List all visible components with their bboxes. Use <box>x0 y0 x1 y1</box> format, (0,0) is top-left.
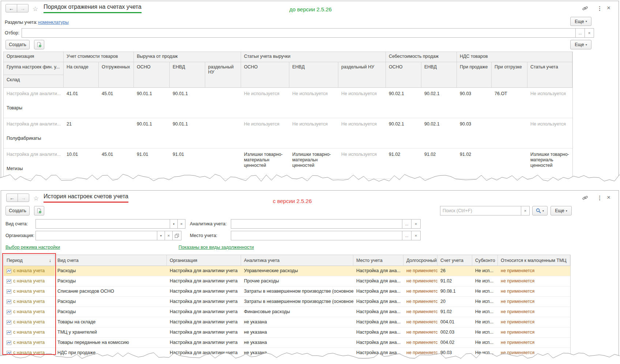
table-row[interactable]: Настройка для аналити...Метизы10.0145.01… <box>4 149 572 179</box>
organization-clear-icon[interactable]: × <box>165 231 173 240</box>
filter-input[interactable] <box>22 28 576 38</box>
column-header[interactable]: Счет учета <box>437 255 472 266</box>
table-cell: 26 <box>437 266 472 276</box>
column-header[interactable]: На складе <box>64 62 99 88</box>
close-window-icon[interactable]: × <box>607 194 610 201</box>
column-header[interactable]: При отгрузке <box>492 62 527 88</box>
table-row[interactable]: с начала учетаРасходыНастройка для анали… <box>4 307 570 317</box>
table-row[interactable]: с начала учетаРасходыНастройка для анали… <box>4 266 570 276</box>
column-header[interactable]: Место учета <box>353 255 403 266</box>
change-history-icon <box>7 341 11 345</box>
organization-open-icon[interactable] <box>172 231 181 240</box>
column-header[interactable]: ОСНО <box>134 62 170 88</box>
sections-nomenclature-link[interactable]: номенклатуры <box>38 20 69 25</box>
column-header[interactable]: Отгруженных <box>99 62 134 88</box>
organization-dropdown-icon[interactable]: ▾ <box>157 231 165 240</box>
column-header[interactable]: Период↓ <box>4 255 55 266</box>
column-group-header[interactable]: НДС товаров <box>457 52 572 62</box>
table-row[interactable]: Настройка для аналити...Товары41.0145.01… <box>4 88 572 118</box>
column-group-header[interactable]: Организация <box>4 52 64 62</box>
period-cell: с начала учета <box>4 338 55 348</box>
column-header[interactable]: Субконто <box>472 255 498 266</box>
column-header[interactable]: ОСНО <box>386 62 421 88</box>
search-clear-icon[interactable]: × <box>521 206 530 215</box>
table-cell: Финансовые расходы <box>241 307 353 317</box>
back-button[interactable]: ← <box>5 4 17 12</box>
column-header[interactable]: Вид счета <box>55 255 167 266</box>
table-cell: Настройка для аналитики учета <box>167 327 241 337</box>
debt-types-link[interactable]: Показаны все виды задолженности <box>179 245 254 250</box>
filter-clear-icon[interactable]: × <box>585 28 594 38</box>
table-cell: Настройка для ана... <box>353 266 403 276</box>
change-history-icon <box>7 300 11 304</box>
table-row[interactable]: с начала учетаРасходыНастройка для анали… <box>4 276 570 286</box>
table-row[interactable]: с начала учетаНДС при продажеНастройка д… <box>4 348 570 358</box>
group-name: Товары <box>7 105 61 111</box>
more-button[interactable]: Еще▾ <box>570 40 591 49</box>
more-menu-dots-icon[interactable]: ⋮ <box>597 5 602 12</box>
table-cell: Не используется <box>338 118 386 148</box>
analytics-choose-button[interactable]: ... <box>402 219 412 229</box>
table-row[interactable]: с начала учетаТовары переданные на комис… <box>4 338 570 348</box>
table-cell <box>492 149 527 179</box>
search-button[interactable]: ▾ <box>532 206 548 215</box>
place-input[interactable] <box>231 231 402 240</box>
analytics-clear-icon[interactable]: × <box>411 219 421 229</box>
get-link-icon[interactable] <box>582 5 588 12</box>
table-cell: Настройка для аналитики учета <box>167 317 241 327</box>
favorite-star-icon[interactable]: ☆ <box>33 195 39 202</box>
account-type-clear-icon[interactable]: × <box>177 219 185 229</box>
table-row[interactable]: с начала учетаТМЦ у хранителейНастройка … <box>4 327 570 338</box>
account-type-dropdown-icon[interactable]: ▾ <box>170 219 178 229</box>
column-header[interactable]: ЕНВД <box>289 62 338 88</box>
account-type-select[interactable] <box>35 219 170 229</box>
column-group-header[interactable]: Выручка от продаж <box>134 52 241 62</box>
search-input[interactable] <box>440 206 521 215</box>
analytics-input[interactable] <box>231 219 402 229</box>
column-header-warehouse[interactable]: Склад <box>4 75 63 87</box>
column-header-label: Относится к малоценным ТМЦ <box>501 255 567 266</box>
column-header[interactable]: Статья учета <box>527 62 572 88</box>
column-header[interactable]: Аналитика учета <box>241 255 353 266</box>
table-cell: не указана <box>241 317 353 327</box>
more-button[interactable]: Еще▾ <box>551 206 572 215</box>
table-row[interactable]: с начала учетаСписание расходов ОСНОНаст… <box>4 286 570 297</box>
create-button[interactable]: Создать <box>5 40 30 49</box>
create-new-document-button[interactable] <box>34 206 44 215</box>
column-header[interactable]: Относится к малоценным ТМЦ <box>498 255 570 266</box>
column-header[interactable]: Организация <box>167 255 241 266</box>
forward-button[interactable]: → <box>18 194 29 202</box>
close-window-icon[interactable]: × <box>607 4 610 12</box>
more-button[interactable]: Еще▾ <box>570 17 591 26</box>
column-header-organization[interactable]: Группа настроек фин. у...Склад <box>4 62 64 88</box>
create-button[interactable]: Создать <box>5 206 30 215</box>
column-header[interactable]: ОСНО <box>241 62 289 88</box>
column-header[interactable]: Долгосрочный <box>403 255 437 266</box>
organization-select[interactable] <box>35 231 157 240</box>
table-cell <box>492 118 527 148</box>
filter-choose-button[interactable]: ... <box>575 28 585 38</box>
forward-button[interactable]: → <box>17 4 29 12</box>
column-header[interactable]: раздельный НУ <box>338 62 386 88</box>
place-clear-icon[interactable]: × <box>411 231 421 240</box>
column-group-header[interactable]: Статьи учета выручки <box>241 52 386 62</box>
setup-mode-link[interactable]: Выбор режима настройки <box>5 245 60 250</box>
get-link-icon[interactable] <box>582 195 588 202</box>
back-button[interactable]: ← <box>6 194 18 202</box>
create-new-document-button[interactable] <box>34 40 44 49</box>
place-choose-button[interactable]: ... <box>402 231 412 240</box>
column-header[interactable]: раздельный НУ <box>205 62 241 88</box>
back-arrow-icon: ← <box>10 195 15 201</box>
column-group-header[interactable]: Учет стоимости товаров <box>64 52 134 62</box>
column-header-settings-group[interactable]: Группа настроек фин. у... <box>4 62 63 75</box>
more-menu-dots-icon[interactable]: ⋮ <box>597 195 602 201</box>
column-header[interactable]: ЕНВД <box>170 62 205 88</box>
table-row[interactable]: с начала учетаТовары на складеНастройка … <box>4 317 570 327</box>
table-row[interactable]: Настройка для аналити...Полуфабрикаты219… <box>4 118 572 149</box>
table-cell: 21 <box>64 118 99 148</box>
table-row[interactable]: с начала учетаРасходыНастройка для анали… <box>4 297 570 307</box>
column-header[interactable]: При продаже <box>457 62 492 88</box>
favorite-star-icon[interactable]: ☆ <box>33 5 38 13</box>
column-group-header[interactable]: Себестоимость продаж <box>386 52 457 62</box>
column-header[interactable]: ЕНВД <box>421 62 457 88</box>
